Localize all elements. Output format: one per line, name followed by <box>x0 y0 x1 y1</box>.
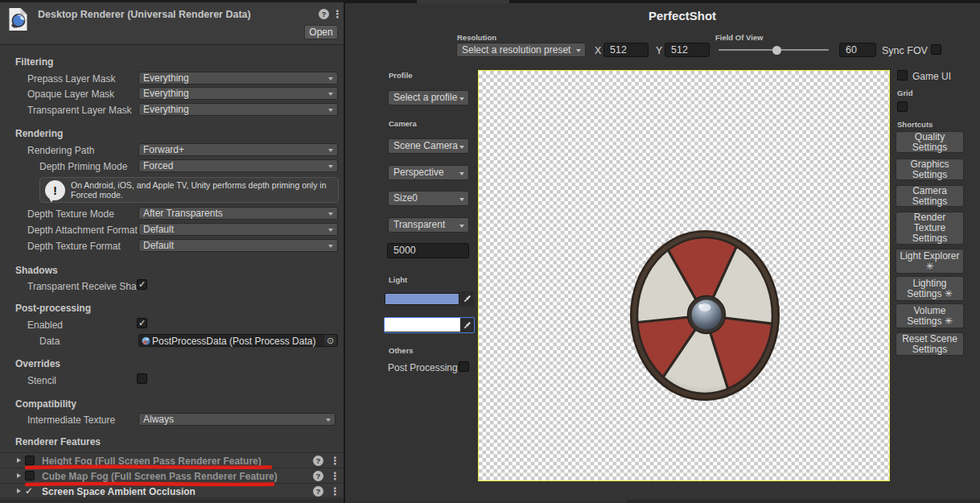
kebab-menu-icon[interactable]: ⋮ <box>332 9 343 19</box>
checkbox-cube-map-fog[interactable] <box>25 471 35 480</box>
dropdown-arrow-icon <box>328 149 333 152</box>
dropdown-prepass-layer-mask[interactable]: Everything <box>138 72 338 85</box>
render-texture-settings-button[interactable]: Render Texture Settings <box>896 212 964 245</box>
help-icon[interactable]: ? <box>313 471 323 481</box>
resolution-x-input[interactable]: 512 <box>603 43 649 57</box>
feature-title: Cube Map Fog (Full Screen Pass Renderer … <box>42 471 278 482</box>
dropdown-transparent-layer-mask[interactable]: Everything <box>138 103 338 116</box>
shortcuts-label: Shortcuts <box>897 120 933 129</box>
checkbox-game-ui[interactable] <box>897 70 908 80</box>
open-button[interactable]: Open <box>304 25 338 39</box>
light-color-swatch[interactable] <box>385 293 459 305</box>
fov-slider-knob[interactable] <box>772 46 781 55</box>
section-renderer-features: Renderer Features <box>15 436 101 447</box>
resolution-preset-dropdown[interactable]: Select a resolution preset <box>456 43 586 57</box>
label-enabled: Enabled <box>27 320 137 331</box>
kebab-menu-icon[interactable]: ⋮ <box>330 471 340 481</box>
grid-label: Grid <box>897 89 913 97</box>
feature-row-height-fog[interactable]: Height Fog (Full Screen Pass Renderer Fe… <box>0 452 344 468</box>
dropdown-arrow-icon <box>459 146 464 149</box>
camera-settings-button[interactable]: Camera Settings <box>896 185 964 207</box>
dropdown-value: Everything <box>143 88 189 99</box>
dropdown-value: Default <box>143 240 174 251</box>
section-filtering: Filtering <box>15 56 53 68</box>
dropdown-value: Scene Camera <box>393 140 458 151</box>
graphics-settings-button[interactable]: Graphics Settings <box>896 159 964 180</box>
inspector-header: Desktop Renderer (Universal Renderer Dat… <box>0 2 344 45</box>
checkbox-post-processing-enabled[interactable]: ✓ <box>137 318 147 328</box>
feature-title: Screen Space Ambient Occlusion <box>42 486 196 497</box>
feature-row-cube-map-fog[interactable]: Cube Map Fog (Full Screen Pass Renderer … <box>0 468 344 483</box>
camera-size-dropdown[interactable]: Size0 <box>388 191 469 206</box>
feature-row-ssao[interactable]: ✓ Screen Space Ambient Occlusion ? ⋮ <box>0 483 344 498</box>
help-icon[interactable]: ? <box>319 9 329 19</box>
light-color2-field[interactable] <box>384 317 475 333</box>
light-color-swatch-2[interactable] <box>385 318 460 332</box>
info-text: On Android, iOS, and Apple TV, Unity per… <box>71 181 336 200</box>
quality-settings-button[interactable]: Quality Settings <box>896 131 964 153</box>
bottom-scrollbar-strip[interactable] <box>627 500 980 503</box>
label-prepass-layer-mask: Prepass Layer Mask <box>27 73 138 85</box>
camera-projection-dropdown[interactable]: Perspective <box>388 165 469 180</box>
camera-background-dropdown[interactable]: Transparent <box>388 217 469 233</box>
eyedropper-icon <box>462 320 472 331</box>
light-explorer-button[interactable]: Light Explorer ✳ <box>896 249 964 274</box>
dropdown-opaque-layer-mask[interactable]: Everything <box>138 87 338 100</box>
object-picker-icon[interactable]: ⊙ <box>324 335 336 346</box>
profile-dropdown[interactable]: Select a profile <box>388 90 469 105</box>
checkbox-grid[interactable] <box>897 101 908 112</box>
foldout-icon[interactable] <box>17 489 21 493</box>
checkbox-stencil[interactable] <box>137 373 147 384</box>
info-box: ! On Android, iOS, and Apple TV, Unity p… <box>39 177 339 203</box>
eyedropper-button[interactable] <box>460 291 474 307</box>
foldout-icon[interactable] <box>17 458 21 463</box>
dropdown-arrow-icon <box>328 229 333 232</box>
volume-settings-button[interactable]: Volume Settings ✳ <box>896 303 964 328</box>
light-label: Light <box>389 275 407 284</box>
sync-fov-label: Sync FOV <box>882 45 928 56</box>
help-icon[interactable]: ? <box>313 456 323 466</box>
dropdown-value: After Transparents <box>143 208 223 219</box>
foldout-icon[interactable] <box>17 473 21 478</box>
checkbox-sync-fov[interactable] <box>931 44 941 55</box>
renderer-asset-icon <box>8 7 28 31</box>
dropdown-arrow-icon <box>328 245 333 248</box>
resolution-y-input[interactable]: 512 <box>665 43 710 57</box>
dropdown-depth-priming-mode[interactable]: Forced <box>138 159 338 172</box>
eyedropper-button[interactable] <box>460 318 473 332</box>
camera-distance-input[interactable]: 5000 <box>387 243 469 258</box>
dropdown-depth-texture-format[interactable]: Default <box>138 239 338 252</box>
render-preview[interactable] <box>478 70 890 481</box>
help-icon[interactable]: ? <box>313 486 323 497</box>
perfectshot-panel: PerfectShot Resolution Select a resoluti… <box>345 0 980 503</box>
kebab-menu-icon[interactable]: ⋮ <box>330 486 340 497</box>
resolution-y-label: Y <box>656 45 662 56</box>
shield-render <box>628 229 781 402</box>
dropdown-depth-texture-mode[interactable]: After Transparents <box>138 207 338 220</box>
dropdown-intermediate-texture[interactable]: Always <box>138 413 336 426</box>
dropdown-arrow-icon <box>328 212 333 216</box>
resolution-x-label: X <box>595 45 601 56</box>
kebab-menu-icon[interactable]: ⋮ <box>330 456 340 466</box>
inspector-title: Desktop Renderer (Universal Renderer Dat… <box>38 9 251 20</box>
checkbox-transparent-receive-shadows[interactable]: ✓ <box>137 279 147 290</box>
object-field-post-process-data[interactable]: PostProcessData (Post Process Data) ⊙ <box>138 334 338 347</box>
check-icon[interactable]: ✓ <box>25 485 33 497</box>
label-depth-priming-mode: Depth Priming Mode <box>39 161 138 172</box>
lighting-settings-button[interactable]: Lighting Settings ✳ <box>896 276 964 301</box>
dropdown-arrow-icon <box>459 198 464 201</box>
reset-scene-settings-button[interactable]: Reset Scene Settings <box>896 332 964 356</box>
checkbox-post-processing[interactable] <box>459 361 469 372</box>
dropdown-depth-attachment-format[interactable]: Default <box>138 223 338 236</box>
checkbox-height-fog[interactable] <box>25 456 35 465</box>
profile-label: Profile <box>389 71 413 80</box>
check-icon: ✓ <box>138 318 146 328</box>
object-field-value: PostProcessData (Post Process Data) <box>152 336 315 347</box>
camera-target-dropdown[interactable]: Scene Camera <box>388 138 469 154</box>
label-depth-texture-format: Depth Texture Format <box>27 241 138 252</box>
dropdown-arrow-icon <box>328 93 333 96</box>
fov-value-input[interactable]: 60 <box>839 43 876 57</box>
dropdown-rendering-path[interactable]: Forward+ <box>138 143 338 156</box>
section-post-processing: Post-processing <box>15 303 91 314</box>
dropdown-value: Select a resolution preset <box>462 44 570 56</box>
